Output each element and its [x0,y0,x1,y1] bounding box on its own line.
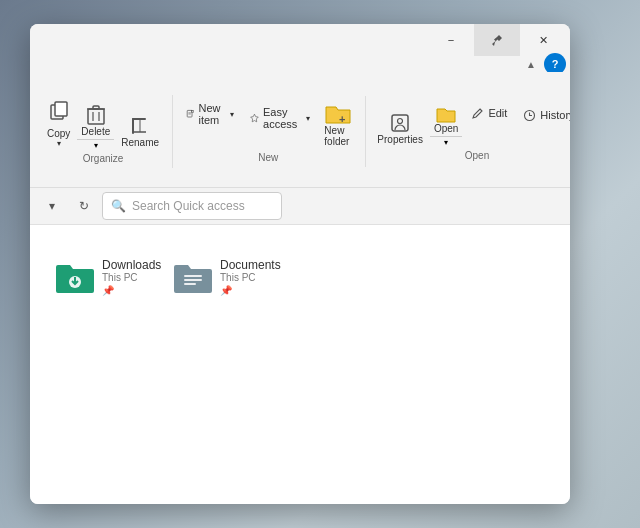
svg-rect-1 [55,102,67,116]
edit-icon [471,107,484,120]
documents-name: Documents [220,258,281,272]
open-label: Open [434,123,458,134]
svg-rect-8 [132,118,134,134]
easy-access-button[interactable]: Easy access ▾ [243,102,317,134]
ribbon-row: Copy ▾ Delete ▾ [30,72,570,187]
documents-folder-icon [172,257,212,297]
properties-label: Properties [377,134,423,145]
easy-access-label: Easy access [263,106,302,130]
open-buttons: Properties Open ▾ [372,101,570,148]
ribbon-group-organize: Copy ▾ Delete ▾ [38,95,173,168]
file-grid: Downloads This PC 📌 [46,241,554,313]
documents-item-row: Documents This PC 📌 [172,257,266,297]
delete-label: Delete [81,126,110,137]
pin-icon [490,33,504,47]
list-item[interactable]: Downloads This PC 📌 [46,249,156,305]
search-box[interactable]: 🔍 Search Quick access [102,192,282,220]
search-icon: 🔍 [111,199,126,213]
rename-label: Rename [121,137,159,148]
organize-buttons: Copy ▾ Delete ▾ [42,97,164,151]
new-buttons: New item ▾ Easy access ▾ + New folder [179,98,357,150]
documents-sub: This PC [220,272,281,283]
delete-button-split[interactable]: Delete ▾ [77,102,114,151]
downloads-item-row: Downloads This PC 📌 [54,257,148,297]
new-group-label: New [179,152,357,163]
open-icon [435,103,457,123]
organize-group-label: Organize [42,153,164,164]
downloads-pin-icon: 📌 [102,285,161,296]
svg-rect-29 [184,283,196,285]
delete-icon [86,104,106,126]
open-group-label: Open [372,150,570,161]
copy-button[interactable]: Copy ▾ [42,97,75,151]
properties-button[interactable]: Properties [372,109,428,148]
refresh-button[interactable]: ↻ [70,192,98,220]
edit-button[interactable]: Edit [464,103,514,124]
copy-icon [48,100,70,127]
new-item-button[interactable]: New item ▾ [179,98,241,130]
open-main[interactable]: Open [430,101,462,136]
easy-access-icon [250,111,259,125]
open-button-split[interactable]: Open ▾ [430,101,462,148]
title-bar: − ✕ [30,24,570,56]
ribbon-group-open: Properties Open ▾ [368,99,570,165]
downloads-info: Downloads This PC 📌 [102,258,161,296]
svg-text:+: + [339,113,345,125]
open-dropdown[interactable]: ▾ [430,136,462,148]
svg-rect-7 [132,118,146,120]
svg-point-17 [398,118,403,123]
file-content-area: Downloads This PC 📌 [30,225,570,504]
downloads-sub: This PC [102,272,161,283]
downloads-folder-icon [54,257,94,297]
navigation-bar: ▾ ↻ 🔍 Search Quick access [30,188,570,225]
rename-button[interactable]: Rename [116,112,164,151]
collapse-ribbon-button[interactable]: ▲ [522,59,540,70]
new-folder-icon: + [324,101,352,125]
ribbon-collapse-row: ▲ ? [30,56,570,72]
minimize-button[interactable]: − [428,24,474,56]
svg-rect-28 [184,279,202,281]
title-bar-controls: − ✕ [428,24,566,56]
close-button[interactable]: ✕ [520,24,566,56]
ribbon: Copy ▾ Delete ▾ [30,72,570,188]
downloads-name: Downloads [102,258,161,272]
documents-info: Documents This PC 📌 [220,258,281,296]
svg-rect-4 [93,106,99,109]
file-explorer-window: − ✕ ▲ ? [30,24,570,504]
svg-rect-2 [88,109,104,124]
properties-icon [389,112,411,134]
delete-main[interactable]: Delete [77,102,114,139]
delete-dropdown[interactable]: ▾ [77,139,114,151]
edit-label: Edit [488,107,507,119]
new-item-icon [186,107,194,121]
new-item-label: New item [199,102,227,126]
svg-marker-14 [251,114,259,122]
history-button[interactable]: History [516,105,570,126]
svg-rect-11 [191,110,193,112]
search-placeholder: Search Quick access [132,199,245,213]
new-folder-label: New folder [324,125,352,147]
rename-icon [129,115,151,137]
history-icon [523,109,536,122]
ribbon-group-new: New item ▾ Easy access ▾ + New folder [175,96,366,167]
documents-pin-icon: 📌 [220,285,281,296]
copy-label: Copy [47,128,70,139]
pin-button[interactable] [474,24,520,56]
new-folder-button[interactable]: + New folder [319,98,357,150]
dropdown-arrow-button[interactable]: ▾ [38,192,66,220]
svg-rect-27 [184,275,202,277]
list-item[interactable]: Documents This PC 📌 [164,249,274,305]
history-label: History [540,109,570,121]
